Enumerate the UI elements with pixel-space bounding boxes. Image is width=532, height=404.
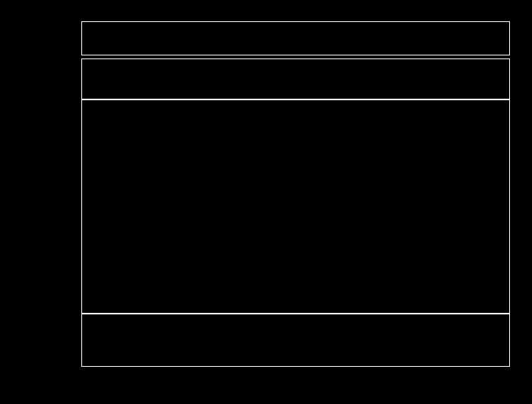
os-schedule-panel	[81, 99, 510, 314]
tm-submode-panel	[81, 21, 510, 55]
lasco-eit-panel	[81, 58, 510, 99]
timeline-window	[0, 0, 532, 404]
lasco-buffer-panel	[81, 314, 510, 367]
